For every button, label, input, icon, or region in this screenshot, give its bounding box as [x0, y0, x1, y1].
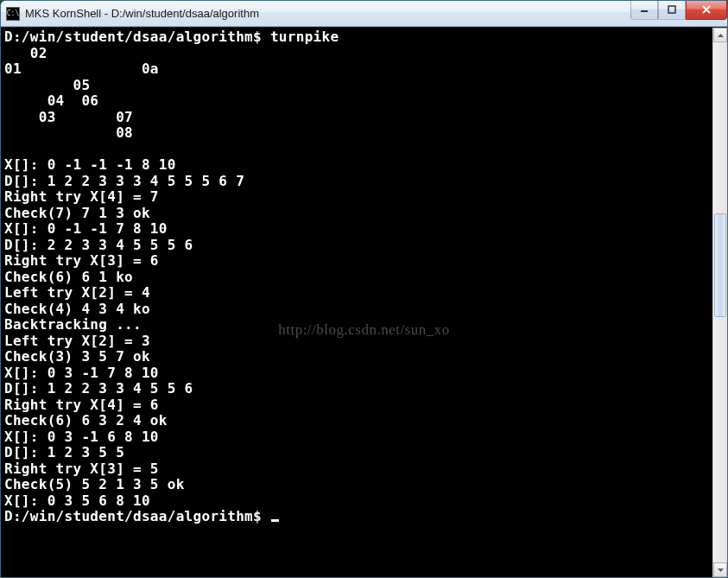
terminal-line: Right try X[4] = 7: [4, 189, 712, 206]
chevron-up-icon: [717, 33, 725, 38]
terminal-line: X[]: 0 -1 -1 7 8 10: [4, 221, 712, 238]
terminal-container: D:/win/student/dsaa/algorithm$ turnpike …: [1, 27, 727, 577]
terminal-line: Left try X[2] = 3: [4, 333, 712, 350]
terminal-line: Check(6) 6 1 ko: [4, 270, 712, 286]
titlebar[interactable]: C:\ MKS KornShell - D:/win/student/dsaa/…: [1, 1, 727, 27]
terminal-line: D[]: 1 2 2 3 3 3 4 5 5 5 6 7: [4, 174, 712, 190]
terminal-line: X[]: 0 -1 -1 -1 8 10: [4, 157, 712, 174]
app-icon-glyph: C:\: [7, 10, 19, 17]
terminal-line: 03 07: [4, 110, 712, 126]
terminal-line: Check(7) 7 1 3 ok: [4, 206, 712, 222]
vertical-scrollbar[interactable]: [712, 28, 727, 577]
terminal-line: Check(6) 6 3 2 4 ok: [4, 413, 712, 429]
terminal-line: Check(5) 5 2 1 3 5 ok: [4, 477, 712, 493]
terminal-line: Right try X[3] = 5: [4, 461, 712, 478]
scroll-thumb[interactable]: [714, 213, 726, 317]
maximize-icon: [668, 5, 676, 14]
terminal-line: X[]: 0 3 -1 7 8 10: [4, 365, 712, 382]
window-controls: [630, 1, 727, 20]
application-window: C:\ MKS KornShell - D:/win/student/dsaa/…: [0, 0, 728, 578]
terminal-line: D[]: 1 2 3 5 5: [4, 445, 712, 461]
terminal-line: Check(3) 3 5 7 ok: [4, 349, 712, 365]
close-icon: [701, 5, 712, 14]
close-button[interactable]: [686, 1, 727, 20]
minimize-button[interactable]: [630, 1, 658, 20]
terminal-line: Check(4) 4 3 4 ko: [4, 302, 712, 318]
terminal-line: 05: [4, 78, 712, 94]
cursor: [271, 519, 279, 522]
terminal-line: 01 0a: [4, 61, 712, 78]
terminal-line: X[]: 0 3 5 6 8 10: [4, 493, 712, 510]
terminal-line: Right try X[4] = 6: [4, 397, 712, 414]
maximize-button[interactable]: [658, 1, 686, 20]
terminal-prompt[interactable]: D:/win/student/dsaa/algorithm$: [4, 509, 712, 525]
terminal-line: D[]: 1 2 2 3 3 4 5 5 6: [4, 381, 712, 397]
terminal-line: 02: [4, 46, 712, 62]
terminal-line: 04 06: [4, 93, 712, 110]
scroll-down-button[interactable]: [713, 562, 727, 577]
terminal-line: D[]: 2 2 3 3 4 5 5 5 6: [4, 238, 712, 254]
terminal-line: 08: [4, 125, 712, 142]
terminal-line: [4, 142, 712, 158]
window-title: MKS KornShell - D:/win/student/dsaa/algo…: [25, 7, 630, 20]
svg-rect-0: [641, 10, 648, 12]
minimize-icon: [640, 6, 649, 13]
terminal-line: X[]: 0 3 -1 6 8 10: [4, 429, 712, 446]
terminal-line: Right try X[3] = 6: [4, 253, 712, 270]
svg-rect-1: [668, 6, 675, 13]
chevron-down-icon: [717, 568, 725, 573]
scroll-up-button[interactable]: [713, 28, 727, 42]
app-icon: C:\: [6, 7, 20, 21]
terminal-output[interactable]: D:/win/student/dsaa/algorithm$ turnpike …: [1, 28, 712, 577]
terminal-line: Left try X[2] = 4: [4, 285, 712, 302]
terminal-line: D:/win/student/dsaa/algorithm$ turnpike: [4, 29, 712, 46]
terminal-line: Backtracking ...: [4, 317, 712, 333]
